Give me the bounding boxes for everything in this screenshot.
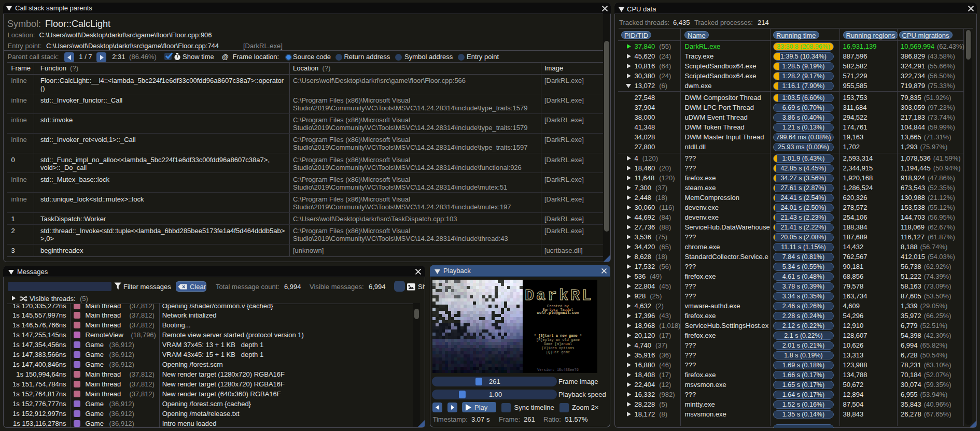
- svg-text:DarkRL: DarkRL: [525, 287, 593, 305]
